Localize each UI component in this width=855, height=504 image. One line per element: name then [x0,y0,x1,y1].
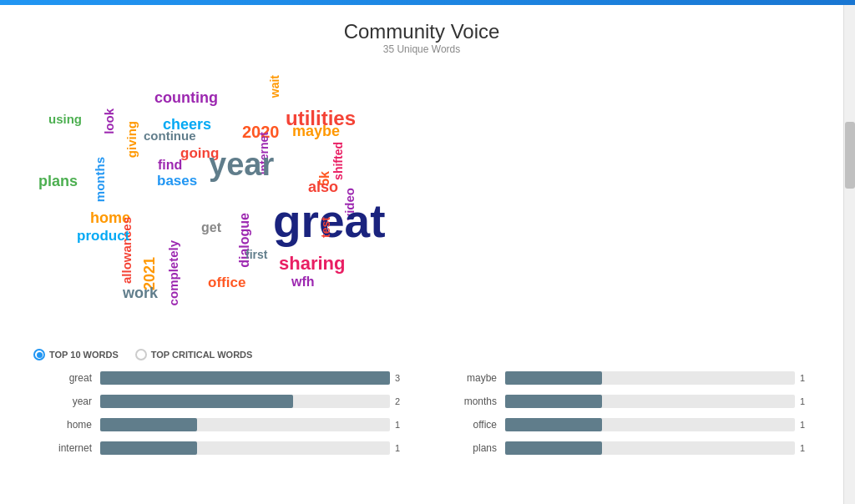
word-wait: wait [269,75,281,98]
bar-container [100,371,390,385]
word-sharing: sharing [279,255,345,273]
bar-charts: great3year2home1internet1maybe1months1of… [33,369,810,462]
bar-label-internet: internet [33,442,100,454]
bar-row: year2 [33,392,405,411]
bar-value-months: 1 [800,396,810,406]
word-bases: bases [157,174,197,188]
bar-fill [100,371,390,385]
bar-fill [100,441,197,455]
word-look: look [103,108,115,134]
bar-column: maybe1months1office1plans1 [438,369,810,462]
word-months: months [94,157,106,202]
bar-container [505,441,795,455]
bar-value-home: 1 [395,420,405,430]
word-find: find [158,159,182,172]
bar-container [100,418,390,431]
scrollbar[interactable] [843,5,855,504]
word-continue: continue [144,129,196,142]
word-first: first [245,249,267,260]
bar-label-home: home [33,419,100,431]
bar-label-year: year [33,396,100,407]
bar-value-great: 3 [395,373,405,383]
subtitle: 35 Unique Words [17,43,827,55]
word-get: get [201,221,221,234]
radio-critical[interactable]: TOP CRITICAL WORDS [135,349,253,360]
bar-container [505,371,795,385]
radio-top10[interactable]: TOP 10 WORDS [33,349,119,360]
word-cloud: countingwaitusinglookgivingcheersutiliti… [17,58,827,342]
bar-fill [505,441,602,455]
word-allowances: allowances [120,217,133,284]
bar-fill [505,395,602,408]
bar-row: great3 [33,369,405,387]
bar-row: office1 [438,416,810,434]
word-giving: giving [125,121,138,158]
word-product: product [77,229,129,243]
bar-row: maybe1 [438,369,810,387]
bar-value-year: 2 [395,396,405,406]
radio-group: TOP 10 WORDS TOP CRITICAL WORDS [33,349,810,360]
bar-column: great3year2home1internet1 [33,369,405,462]
radio-critical-label: TOP CRITICAL WORDS [151,350,253,360]
bar-value-plans: 1 [800,443,810,453]
radio-circle-critical [135,349,147,360]
word-work: work [123,285,158,300]
word-year: year [209,149,274,180]
bar-value-office: 1 [800,420,810,430]
bar-label-maybe: maybe [438,372,505,384]
bar-row: plans1 [438,439,810,457]
word-office: office [208,275,245,290]
title-section: Community Voice 35 Unique Words [17,13,827,58]
bar-row: months1 [438,392,810,411]
scrollbar-thumb [845,122,855,189]
word-completely: completely [167,240,180,305]
bar-value-internet: 1 [395,443,405,453]
bar-container [505,418,795,431]
word-wfh: wfh [291,275,315,289]
bar-row: home1 [33,416,405,434]
bar-container [100,441,390,455]
bar-label-office: office [438,419,505,431]
main-content: Community Voice 35 Unique Words counting… [0,5,843,471]
word-also: also [308,179,338,194]
bar-label-plans: plans [438,442,505,454]
page-title: Community Voice [17,20,827,43]
bar-fill [505,371,602,385]
word-plans: plans [38,174,78,189]
bar-label-great: great [33,372,100,384]
radio-circle-top10 [33,349,45,360]
bar-label-months: months [438,396,505,407]
word-maybe: maybe [292,123,340,139]
radio-top10-label: TOP 10 WORDS [49,350,119,360]
word-counting: counting [154,90,218,105]
bar-value-maybe: 1 [800,373,810,383]
word-test: test [320,217,331,238]
bar-fill [505,418,602,431]
bottom-section: TOP 10 WORDS TOP CRITICAL WORDS great3ye… [17,342,827,462]
bar-fill [100,395,293,408]
word-shifted: shifted [332,142,344,180]
bar-container [100,395,390,408]
bar-container [505,395,795,408]
word-using: using [48,113,82,125]
bar-fill [100,418,197,431]
bar-row: internet1 [33,439,405,457]
